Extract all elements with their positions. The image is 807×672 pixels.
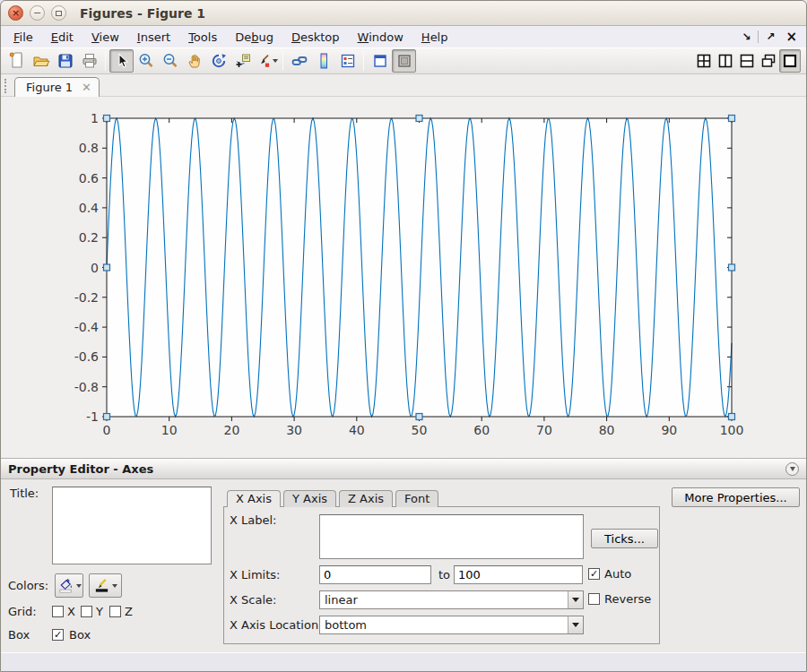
axes-selection-handle[interactable]: [416, 116, 422, 122]
menu-debug[interactable]: Debug: [226, 28, 282, 47]
dropdown-button[interactable]: [568, 616, 583, 633]
x-scale-dropdown[interactable]: linear: [319, 590, 584, 609]
x-axis-location-dropdown[interactable]: bottom: [319, 616, 584, 634]
save-figure-button[interactable]: [53, 49, 77, 73]
zoom-out-button[interactable]: [158, 49, 182, 73]
property-editor-title: Property Editor - Axes: [8, 462, 153, 476]
axes-selection-handle[interactable]: [104, 116, 110, 122]
more-properties-button[interactable]: More Properties...: [672, 487, 800, 507]
tile-horizontal-button[interactable]: [736, 49, 758, 73]
x-tick-label: 50: [412, 423, 428, 437]
titlebar: × − Figures - Figure 1: [1, 1, 806, 26]
auto-label: Auto: [604, 567, 631, 581]
grid-x-checkbox[interactable]: [52, 606, 64, 617]
zoom-in-button[interactable]: [134, 49, 158, 73]
tabbar-drag-grip[interactable]: [4, 79, 9, 93]
tile-grid-2x2-button[interactable]: [693, 49, 715, 73]
link-plot-button[interactable]: [287, 49, 311, 73]
menu-edit[interactable]: Edit: [42, 28, 82, 47]
data-cursor-button[interactable]: [230, 49, 255, 73]
axes-selection-handle[interactable]: [729, 414, 735, 420]
ticks-button[interactable]: Ticks...: [591, 529, 658, 548]
edit-plot-button[interactable]: [109, 49, 134, 73]
cascade-windows-button[interactable]: [758, 49, 779, 73]
single-maximized-button[interactable]: [779, 49, 801, 73]
line-color-button[interactable]: [89, 573, 122, 598]
x-tick-label: 100: [720, 423, 744, 437]
show-plot-tools-button[interactable]: [392, 49, 416, 73]
dock-icon[interactable]: ↘: [736, 30, 756, 43]
axes-plot[interactable]: 0102030405060708090100-1-0.8-0.6-0.4-0.2…: [1, 97, 807, 458]
x-scale-reverse-checkbox[interactable]: [588, 593, 600, 605]
insert-colorbar-icon: [315, 52, 333, 70]
axes-selection-handle[interactable]: [729, 264, 735, 271]
brush-data-button[interactable]: [255, 49, 279, 73]
tab-x-axis[interactable]: X Axis: [227, 490, 281, 507]
grid-y-checkbox[interactable]: [81, 606, 92, 617]
menu-help[interactable]: Help: [412, 28, 457, 47]
close-window-icon[interactable]: ×: [780, 29, 803, 45]
menubar-separator: [758, 30, 759, 43]
axes-selection-handle[interactable]: [104, 264, 110, 271]
hide-plot-tools-icon: [371, 52, 389, 70]
y-tick-label: -0.8: [74, 380, 99, 394]
hide-plot-tools-button[interactable]: [368, 49, 392, 73]
box-row-label: Box: [8, 628, 30, 642]
tab-y-axis[interactable]: Y Axis: [283, 490, 336, 507]
single-maximized-icon: [781, 52, 799, 70]
insert-colorbar-button[interactable]: [311, 49, 335, 73]
to-label: to: [438, 568, 450, 582]
axes-selection-handle[interactable]: [416, 414, 422, 420]
insert-legend-button[interactable]: [335, 49, 360, 73]
figure-toolbar: [1, 47, 806, 74]
axes-selection-handle[interactable]: [104, 414, 110, 420]
axis-tabs: X AxisY AxisZ AxisFont: [227, 490, 441, 507]
window-minimize-button[interactable]: −: [30, 5, 45, 21]
tab-z-axis[interactable]: Z Axis: [339, 490, 393, 507]
tab-font[interactable]: Font: [395, 490, 438, 507]
menu-window[interactable]: Window: [349, 28, 412, 47]
x-limits-max-input[interactable]: [454, 565, 583, 584]
x-limits-label: X Limits:: [230, 568, 280, 582]
menu-insert[interactable]: Insert: [128, 28, 179, 47]
tile-vertical-button[interactable]: [715, 49, 736, 73]
x-limits-auto-checkbox[interactable]: ✓: [588, 568, 600, 580]
menu-tools[interactable]: Tools: [179, 28, 226, 47]
new-figure-button[interactable]: [4, 49, 29, 73]
dropdown-caret-icon[interactable]: [273, 59, 278, 63]
x-limits-min-input[interactable]: [319, 565, 431, 584]
axes-selection-handle[interactable]: [729, 116, 735, 122]
line-color-pen-icon: [93, 577, 110, 594]
zoom-in-icon: [137, 52, 155, 70]
reverse-label: Reverse: [604, 592, 651, 606]
matlab-figures-window: × − Figures - Figure 1 FileEditViewInser…: [0, 0, 807, 672]
tab-figure-1[interactable]: Figure 1 ✕: [14, 77, 100, 97]
window-maximize-button[interactable]: [51, 5, 66, 21]
grid-z-checkbox[interactable]: [109, 606, 121, 617]
undock-icon[interactable]: ↗: [760, 30, 780, 43]
x-label-input[interactable]: [319, 514, 584, 559]
save-figure-icon: [56, 52, 74, 70]
menu-file[interactable]: File: [4, 28, 42, 47]
pan-button[interactable]: [182, 49, 206, 73]
dropdown-button[interactable]: [568, 591, 583, 608]
fill-color-button[interactable]: [55, 573, 83, 598]
print-figure-button[interactable]: [77, 49, 101, 73]
axes-title-input[interactable]: [52, 487, 212, 564]
box-checkbox[interactable]: ✓: [52, 629, 64, 641]
toolbar-separator: [363, 51, 364, 71]
colors-label: Colors:: [8, 579, 48, 592]
rotate-3d-button[interactable]: [206, 49, 230, 73]
x-tick-label: 80: [599, 423, 615, 437]
window-close-button[interactable]: ×: [8, 5, 23, 21]
tab-close-icon[interactable]: ✕: [82, 81, 91, 94]
figure-plot-area[interactable]: 0102030405060708090100-1-0.8-0.6-0.4-0.2…: [1, 97, 806, 458]
menu-view[interactable]: View: [82, 28, 128, 47]
x-tick-label: 20: [223, 423, 239, 437]
y-tick-label: 0.4: [79, 201, 99, 215]
link-plot-icon: [291, 52, 308, 70]
collapse-panel-button[interactable]: [785, 462, 799, 476]
x-tick-label: 40: [349, 423, 365, 437]
menu-desktop[interactable]: Desktop: [282, 28, 349, 47]
open-file-button[interactable]: [29, 49, 53, 73]
